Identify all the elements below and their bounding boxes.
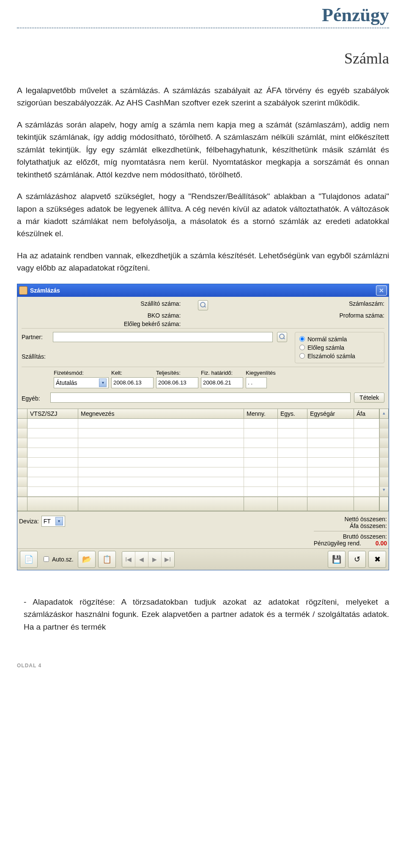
paragraph-1: A legalapvetőbb művelet a számlázás. A s…	[17, 84, 389, 109]
nav-last-icon[interactable]: ▶I	[162, 552, 174, 567]
partner-input[interactable]	[53, 332, 273, 342]
szamlazas-window: Számlázás ✕ Szállító száma: Számlaszám: …	[17, 284, 389, 570]
col-afa[interactable]: Áfa	[354, 409, 379, 419]
window-icon	[19, 286, 27, 295]
netto-label: Nettó összesen:	[314, 516, 387, 522]
after-note: - Alapadatok rögzítése: A törzsadatokban…	[17, 596, 389, 633]
scroll-up-icon[interactable]: ▴	[379, 409, 389, 419]
table-row[interactable]	[17, 458, 389, 467]
table-row[interactable]	[17, 477, 389, 487]
penzugy-value: 0.00	[363, 540, 387, 547]
col-megnevezes[interactable]: Megnevezés	[78, 409, 244, 419]
row-selector-header	[17, 409, 27, 419]
kelt-input[interactable]	[111, 377, 154, 388]
page-footer: OLDAL 4	[17, 663, 389, 669]
szamlaszam-label: Számlaszám:	[225, 300, 384, 310]
titlebar[interactable]: Számlázás ✕	[17, 284, 389, 297]
proforma-szama-label: Proforma száma:	[225, 312, 384, 319]
brutto-label: Bruttó összesen:	[314, 533, 387, 540]
table-row[interactable]	[17, 448, 389, 458]
items-grid: VTSZ/SZJ Megnevezés Menny. Egys. Egységá…	[17, 409, 389, 511]
table-row[interactable]: ▾	[17, 487, 389, 497]
auto-sz-input[interactable]	[44, 556, 49, 562]
radio-elszamolo-input[interactable]	[299, 353, 305, 359]
auto-sz-label: Auto.sz.	[52, 556, 74, 563]
record-nav: I◀ ◀ ▶ ▶I	[122, 551, 175, 567]
paragraph-4: Ha az adataink rendben vannak, elkezdhet…	[17, 249, 389, 274]
col-menny[interactable]: Menny.	[244, 409, 278, 419]
open-folder-icon[interactable]: 📂	[78, 551, 96, 568]
kelt-label: Kelt:	[111, 370, 154, 376]
radio-normal-input[interactable]	[299, 336, 305, 342]
col-egysegar[interactable]: Egységár	[307, 409, 354, 419]
col-vtsz[interactable]: VTSZ/SZJ	[27, 409, 78, 419]
eloleg-bekero-label: Előleg bekérő száma:	[22, 321, 181, 327]
invoice-type-radiogroup: Normál számla Előleg számla Elszámoló sz…	[295, 332, 384, 363]
kiegyenlites-input[interactable]	[246, 377, 267, 388]
chevron-down-icon[interactable]: ▾	[55, 517, 63, 525]
undo-icon[interactable]: ↺	[348, 551, 366, 568]
teljesites-label: Teljesítés:	[156, 370, 198, 376]
table-row[interactable]	[17, 467, 389, 477]
new-document-icon[interactable]: 📄	[20, 551, 38, 568]
radio-normal-label: Normál számla	[307, 336, 347, 343]
table-row[interactable]	[17, 419, 389, 428]
page-title: Számla	[17, 50, 389, 67]
partner-lookup-icon[interactable]	[277, 332, 287, 342]
header-rule	[17, 28, 389, 28]
fizhat-label: Fiz. határidő:	[201, 370, 243, 376]
teljesites-input[interactable]	[156, 377, 198, 388]
radio-eloleg-label: Előleg számla	[307, 344, 344, 351]
deviza-combo[interactable]: FT ▾	[41, 516, 65, 527]
toolbar: 📄 Auto.sz. 📂 📋 I◀ ◀ ▶ ▶I 💾 ↺ ✖	[17, 548, 389, 570]
partner-label: Partner:	[22, 332, 51, 340]
nav-first-icon[interactable]: I◀	[122, 552, 135, 567]
fizmod-label: Fizetésmód:	[54, 370, 109, 376]
afa-total-label: Áfa összesen:	[314, 522, 387, 529]
window-title: Számlázás	[30, 287, 376, 294]
delete-icon[interactable]: ✖	[368, 551, 386, 568]
kiegyenlites-label: Kiegyenlítés	[246, 370, 276, 376]
document-icon[interactable]: 📋	[98, 551, 116, 568]
deviza-value: FT	[44, 518, 51, 525]
close-icon[interactable]: ✕	[376, 285, 387, 296]
radio-elszamolo-label: Elszámoló számla	[307, 353, 355, 359]
fizmod-combo[interactable]: Átutalás ▾	[54, 377, 109, 388]
table-row[interactable]	[17, 438, 389, 448]
col-egys[interactable]: Egys.	[278, 409, 307, 419]
save-icon[interactable]: 💾	[328, 551, 346, 568]
radio-eloleg[interactable]: Előleg számla	[299, 343, 380, 352]
scroll-down-icon[interactable]: ▾	[379, 487, 389, 497]
nav-prev-icon[interactable]: ◀	[135, 552, 148, 567]
bko-szama-label: BKO száma:	[22, 312, 181, 319]
radio-elszamolo[interactable]: Elszámoló számla	[299, 352, 380, 360]
fizhat-input[interactable]	[201, 377, 243, 388]
paragraph-2: A számlázás során alapelv, hogy amíg a s…	[17, 119, 389, 181]
brand-title: Pénzügy	[17, 4, 389, 26]
szallito-szama-label: Szállító száma:	[22, 300, 181, 310]
chevron-down-icon[interactable]: ▾	[99, 379, 107, 387]
szallitas-label: Szállítás:	[22, 351, 51, 360]
fizmod-value: Átutalás	[56, 379, 77, 386]
egyeb-label: Egyéb:	[22, 393, 47, 402]
egyeb-input[interactable]	[50, 393, 351, 403]
table-row[interactable]	[17, 428, 389, 438]
tetelek-button[interactable]: Tételek	[354, 393, 384, 403]
auto-sz-checkbox[interactable]: Auto.sz.	[42, 555, 74, 563]
nav-next-icon[interactable]: ▶	[148, 552, 162, 567]
deviza-label: Deviza:	[19, 518, 39, 525]
paragraph-3: A számlázáshoz alapvető szükséglet, hogy…	[17, 190, 389, 240]
penzugy-label: Pénzügyileg rend.	[314, 540, 361, 547]
szallito-lookup-icon[interactable]	[198, 300, 208, 310]
radio-normal[interactable]: Normál számla	[299, 335, 380, 343]
radio-eloleg-input[interactable]	[299, 345, 305, 350]
